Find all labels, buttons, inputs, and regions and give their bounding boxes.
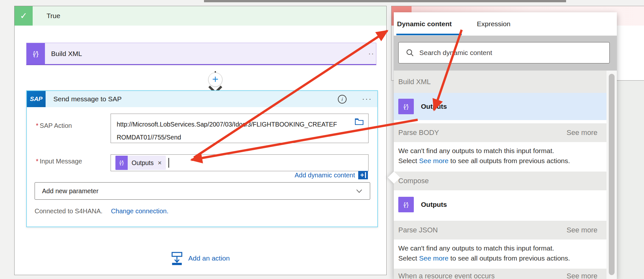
input-message-label: *Input Message <box>36 158 82 165</box>
insert-step-button[interactable]: + <box>208 73 222 87</box>
flow-designer-screen: ✓ True {∕} Build XML ·· + SAP Send messa… <box>0 0 644 279</box>
compose-outputs-item[interactable]: {∕} Outputs <box>394 190 606 219</box>
no-match-message-parse-body: We can't find any outputs to match this … <box>394 142 606 172</box>
search-box[interactable] <box>398 42 610 63</box>
text-cursor <box>168 158 169 168</box>
card-menu-button[interactable]: ··· <box>362 95 372 103</box>
build-xml-outputs-item[interactable]: {∕} Outputs <box>394 93 606 120</box>
section-compose: Compose <box>394 172 606 190</box>
connection-status: Connected to S4HANA. <box>35 207 102 215</box>
tab-expression[interactable]: Expression <box>477 12 510 36</box>
action-menu-ellipsis[interactable]: ·· <box>368 50 376 58</box>
panel-tabs: Dynamic content Expression <box>394 12 617 36</box>
input-message-input[interactable]: {∕} Outputs ✕ <box>111 154 369 171</box>
add-dynamic-content-button[interactable]: + <box>358 171 368 179</box>
add-an-action-button[interactable]: Add an action <box>171 251 230 265</box>
outputs-item-label: Outputs <box>421 201 447 208</box>
section-build-xml: Build XML <box>394 71 606 93</box>
send-message-to-sap-card: SAP Send message to SAP i ··· *SAP Actio… <box>26 90 378 227</box>
sap-action-input[interactable]: http://Microsoft.LobServices.Sap/2007/03… <box>111 114 369 143</box>
section-resource-event: When a resource event occurs See more <box>394 269 606 279</box>
background-area <box>617 81 644 279</box>
info-icon[interactable]: i <box>338 95 347 104</box>
true-branch-header[interactable]: ✓ True <box>15 6 386 26</box>
search-input[interactable] <box>419 49 609 57</box>
upper-card-edge <box>204 0 566 2</box>
build-xml-action[interactable]: {∕} Build XML ·· <box>26 43 376 65</box>
active-tab-underline <box>396 34 462 35</box>
search-icon <box>406 49 414 57</box>
see-more-parse-body[interactable]: See more <box>567 128 597 137</box>
add-dynamic-content-link[interactable]: Add dynamic content <box>295 172 355 179</box>
check-icon: ✓ <box>15 6 33 26</box>
sap-logo-icon: SAP <box>27 91 46 107</box>
required-asterisk: * <box>36 122 38 129</box>
add-action-label: Add an action <box>188 254 230 262</box>
true-branch-label: True <box>47 12 60 20</box>
code-icon: {∕} <box>398 99 414 114</box>
remove-token-icon[interactable]: ✕ <box>157 160 162 166</box>
code-icon: {∕} <box>27 43 45 64</box>
tab-dynamic-content[interactable]: Dynamic content <box>397 12 452 36</box>
no-match-message-parse-json: We can't find any outputs to match this … <box>394 240 606 269</box>
change-connection-link[interactable]: Change connection. <box>111 207 168 215</box>
token-label: Outputs <box>132 159 154 167</box>
sap-card-header[interactable]: SAP Send message to SAP i ··· <box>27 91 377 107</box>
section-parse-json: Parse JSON See more <box>394 221 606 240</box>
sap-action-label: *SAP Action <box>36 122 72 129</box>
chevron-down-icon <box>356 189 362 193</box>
code-icon: {∕} <box>398 197 414 212</box>
true-branch-card: ✓ True {∕} Build XML ·· + SAP Send messa… <box>14 6 387 275</box>
see-more-resource-event[interactable]: See more <box>567 272 597 279</box>
outputs-item-label: Outputs <box>421 103 447 110</box>
panel-scrollbar-thumb[interactable] <box>609 74 615 275</box>
add-dynamic-content-row: Add dynamic content + <box>295 171 368 179</box>
see-more-inline-link[interactable]: See more <box>419 254 448 262</box>
search-zone <box>394 36 617 71</box>
add-action-icon <box>171 251 183 265</box>
build-xml-label: Build XML <box>51 50 82 58</box>
see-more-inline-link[interactable]: See more <box>419 157 448 164</box>
required-asterisk: * <box>36 158 38 165</box>
code-icon: {∕} <box>115 156 128 170</box>
dynamic-content-panel: Dynamic content Expression Build XML {∕}… <box>394 12 617 279</box>
section-parse-body: Parse BODY See more <box>394 123 606 142</box>
see-more-parse-json[interactable]: See more <box>567 226 597 234</box>
sap-action-value: http://Microsoft.LobServices.Sap/2007/03… <box>117 121 337 141</box>
connection-status-row: Connected to S4HANA.Change connection. <box>35 207 168 215</box>
folder-picker-icon[interactable] <box>355 118 364 126</box>
outputs-token[interactable]: {∕} Outputs ✕ <box>115 156 166 170</box>
add-new-parameter-dropdown[interactable]: Add new parameter <box>35 182 370 200</box>
sap-card-title: Send message to SAP <box>53 95 122 103</box>
